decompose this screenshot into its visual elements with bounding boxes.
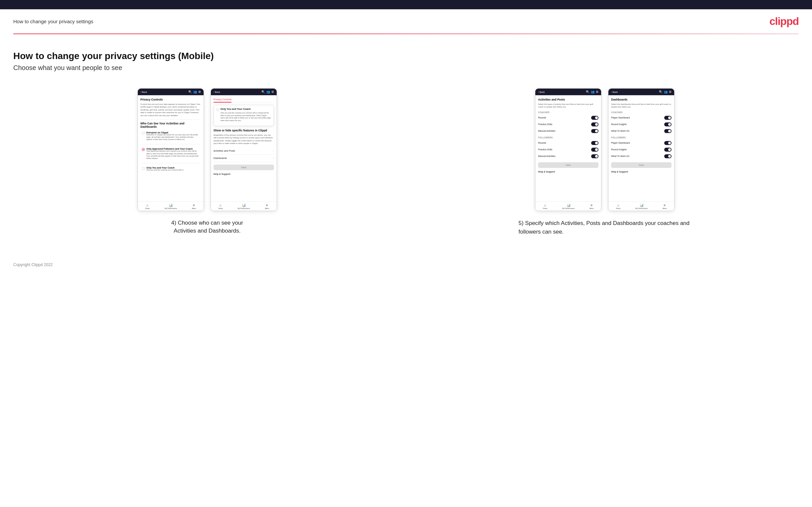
nav-menu-1[interactable]: ≡ Menu (192, 204, 196, 209)
phone-bottom-nav-4: ⌂ Home 📊 My Performance ≡ Menu (608, 202, 674, 211)
followers-label-3: FOLLOWERS (538, 136, 599, 139)
home-label-1: Home (145, 207, 149, 209)
feature-desc-2: Regardless of the privacy controls that … (213, 134, 274, 145)
toggle-what-to-work-coaches: What To Work On (611, 128, 671, 134)
toggle-manual-coaches: Manual Activities (538, 128, 599, 134)
settings-icon-1: ⚙ (198, 90, 201, 94)
nav-home-4[interactable]: ⌂ Home (616, 204, 620, 209)
menu-icon-4: ≡ (664, 204, 666, 207)
help-support-3: Help & Support (538, 171, 599, 173)
nav-performance-3[interactable]: 📊 My Performance (562, 204, 574, 209)
toggle-rounds-coaches-switch[interactable] (591, 116, 599, 120)
what-to-work-coaches-label: What To Work On (611, 130, 629, 132)
phones-row-3-4: ‹ Back 🔍 👥 ⚙ Activities and Posts Select… (535, 88, 674, 211)
radio-approved[interactable] (142, 148, 145, 151)
nav-menu-2[interactable]: ≡ Menu (265, 204, 269, 209)
drills-followers-label: Practice Drills (538, 148, 552, 151)
menu-activities[interactable]: Activities and Posts › (213, 147, 274, 155)
toggle-drills-followers: Practice Drills (538, 146, 599, 153)
what-to-work-followers-label: What To Work On (611, 155, 629, 157)
toggle-manual-followers: Manual Activities (538, 153, 599, 160)
toggle-manual-followers-switch[interactable] (591, 154, 599, 158)
phone-body-3: Activities and Posts Select the types of… (536, 95, 601, 202)
page-subtitle: Choose what you want people to see (13, 64, 799, 72)
toggle-round-insights-coaches-switch[interactable] (664, 122, 671, 126)
menu-dashboards[interactable]: Dashboards › (213, 155, 274, 162)
toggle-player-dash-coaches-switch[interactable] (664, 116, 671, 120)
option-approved[interactable]: Only Approved Followers and Your Coach O… (141, 146, 201, 161)
menu-icon-2: ≡ (266, 204, 268, 207)
phones-row-1-2: ‹ Back 🔍 👥 ⚙ Privacy Controls Control ho… (138, 88, 277, 211)
save-button-3[interactable]: Save (538, 162, 599, 168)
menu-icon-3: ≡ (591, 204, 593, 207)
phone-body-2: Privacy Controls Only You and Your Coach… (211, 95, 276, 202)
nav-performance-1[interactable]: 📊 My Performance (165, 204, 177, 209)
nav-home-1[interactable]: ⌂ Home (145, 204, 149, 209)
menu-dashboards-label: Dashboards (213, 157, 227, 160)
dashboards-title: Dashboards (611, 98, 671, 101)
phone-nav-1: ‹ Back 🔍 👥 ⚙ (138, 89, 204, 95)
toggle-rounds-followers-switch[interactable] (591, 141, 599, 145)
phone-nav-2: ‹ Back 🔍 👥 ⚙ (211, 89, 276, 95)
back-button-4[interactable]: ‹ Back (611, 91, 618, 93)
player-dash-followers-label: Player Dashboard (611, 142, 630, 144)
activities-posts-title: Activities and Posts (538, 98, 599, 101)
toggle-drills-coaches-switch[interactable] (591, 122, 599, 126)
popup-title-2: Only You and Your Coach (220, 108, 271, 111)
privacy-controls-desc: Control how you and your data appears to… (141, 103, 201, 117)
popup-radio-2: Only You and Your Coach Only you and the… (216, 108, 271, 122)
popup-box-2: Only You and Your Coach Only you and the… (213, 105, 274, 126)
screenshot-group-1-2: ‹ Back 🔍 👥 ⚙ Privacy Controls Control ho… (13, 88, 401, 235)
radio-only-you[interactable] (142, 167, 145, 170)
phone-nav-4: ‹ Back 🔍 👥 ⚙ (608, 89, 674, 95)
back-button-1[interactable]: ‹ Back (141, 91, 147, 93)
everyone-desc: Everyone on Clippd can search for you an… (146, 134, 200, 141)
coaches-label-4: COACHES (611, 111, 671, 113)
toggle-drills-coaches: Practice Drills (538, 121, 599, 128)
search-icon-3: 🔍 (586, 90, 590, 94)
followers-label-4: FOLLOWERS (611, 136, 671, 139)
toggle-player-dash-followers-switch[interactable] (664, 141, 671, 145)
phone-nav-3: ‹ Back 🔍 👥 ⚙ (536, 89, 601, 95)
back-button-3[interactable]: ‹ Back (538, 91, 545, 93)
caption-group-2: 5) Specify which Activities, Posts and D… (518, 219, 691, 236)
radio-everyone[interactable] (142, 132, 145, 135)
save-button-4[interactable]: Save (611, 162, 671, 168)
nav-home-2[interactable]: ⌂ Home (218, 204, 222, 209)
phone-bottom-nav-1: ⌂ Home 📊 My Performance ≡ Menu (138, 202, 204, 211)
nav-menu-3[interactable]: ≡ Menu (590, 204, 594, 209)
performance-label-3: My Performance (562, 207, 574, 209)
back-label-2: Back (215, 91, 220, 93)
toggle-manual-coaches-switch[interactable] (591, 129, 599, 133)
performance-label-1: My Performance (165, 207, 177, 209)
home-icon-2: ⌂ (219, 204, 221, 207)
nav-performance-2[interactable]: 📊 My Performance (238, 204, 250, 209)
nav-icons-4: 🔍 👥 ⚙ (659, 90, 671, 94)
option-only-you[interactable]: Only You and Your Coach Only you and the… (141, 165, 201, 173)
people-icon-2: 👥 (266, 90, 270, 94)
tab-privacy-controls[interactable]: Privacy Controls (213, 98, 232, 103)
menu-activities-label: Activities and Posts (213, 149, 235, 152)
back-label-4: Back (613, 91, 618, 93)
toggle-what-to-work-coaches-switch[interactable] (664, 129, 671, 133)
toggle-what-to-work-followers-switch[interactable] (664, 154, 671, 158)
toggle-drills-followers-switch[interactable] (591, 148, 599, 152)
popup-radio-circle[interactable] (216, 108, 219, 111)
page-title: How to change your privacy settings (Mob… (13, 51, 799, 61)
settings-icon-3: ⚙ (596, 90, 599, 94)
toggle-round-insights-followers-switch[interactable] (664, 148, 671, 152)
nav-performance-4[interactable]: 📊 My Performance (635, 204, 648, 209)
nav-menu-4[interactable]: ≡ Menu (663, 204, 667, 209)
back-button-2[interactable]: ‹ Back (213, 91, 220, 93)
people-icon-4: 👥 (664, 90, 667, 94)
performance-icon-4: 📊 (640, 204, 644, 207)
tab-bar-2: Privacy Controls (213, 98, 274, 103)
help-support-2: Help & Support (213, 173, 274, 175)
option-everyone[interactable]: Everyone on Clippd Everyone on Clippd ca… (141, 130, 201, 142)
save-button-2[interactable]: Save (213, 165, 274, 170)
manual-coaches-label: Manual Activities (538, 130, 555, 132)
top-bar (0, 0, 812, 9)
performance-icon-1: 📊 (169, 204, 173, 207)
home-icon-1: ⌂ (146, 204, 148, 207)
nav-home-3[interactable]: ⌂ Home (543, 204, 547, 209)
